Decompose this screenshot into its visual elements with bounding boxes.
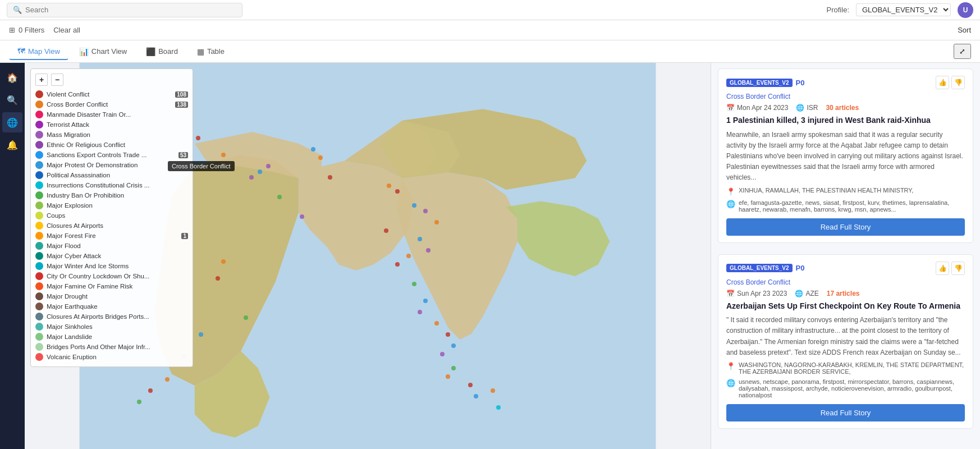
sidebar-icon-home[interactable]: 🏠: [2, 67, 22, 88]
map-dot[interactable]: [300, 214, 304, 219]
search-box[interactable]: 🔍: [7, 3, 242, 17]
map-dot[interactable]: [412, 282, 416, 286]
legend-item[interactable]: Major Earthquake: [35, 301, 188, 311]
legend-item[interactable]: Ethnic Or Religious Conflict: [35, 140, 188, 150]
legend-item[interactable]: Industry Ban Or Prohibition: [35, 190, 188, 200]
map-dot[interactable]: [165, 377, 170, 382]
read-full-story-button-1[interactable]: Read Full Story: [726, 218, 965, 236]
legend-count: 1: [181, 233, 188, 239]
sidebar-icon-map[interactable]: 🌐: [2, 112, 22, 132]
legend-item[interactable]: Terrorist Attack: [35, 120, 188, 130]
tab-map-view[interactable]: 🗺 Map View: [9, 43, 68, 60]
thumbs-up-button-2[interactable]: 👍: [936, 262, 949, 275]
map-dot[interactable]: [221, 259, 226, 264]
map-dot[interactable]: [148, 388, 153, 393]
legend-item[interactable]: Major Drought: [35, 291, 188, 301]
map-dot[interactable]: [418, 237, 422, 241]
legend-item[interactable]: Insurrections Constitutional Crisis ...: [35, 180, 188, 190]
map-dot[interactable]: [406, 254, 411, 258]
map-dot[interactable]: [258, 169, 262, 174]
card-title-2: Azerbaijan Sets Up First Checkpoint On K…: [726, 301, 965, 312]
thumbs-down-button-2[interactable]: 👎: [951, 262, 965, 275]
card-meta-2: 📅 Sun Apr 23 2023 🌐 AZE 17 articles: [726, 290, 965, 297]
tab-board[interactable]: ⬛ Board: [138, 43, 186, 60]
legend-label: Major Earthquake: [47, 303, 98, 310]
legend-item[interactable]: Cross Border Conflict 138: [35, 99, 188, 109]
map-dot[interactable]: [221, 153, 226, 157]
map-dot[interactable]: [395, 262, 400, 267]
map-dot[interactable]: [137, 400, 141, 404]
map-dot[interactable]: [451, 366, 456, 370]
map-dot[interactable]: [440, 352, 445, 356]
map-dot[interactable]: [426, 248, 431, 253]
map-dot[interactable]: [412, 203, 416, 208]
legend-item[interactable]: Bridges Ports And Other Major Infr...: [35, 342, 188, 352]
sidebar-icon-bell[interactable]: 🔔: [2, 135, 22, 155]
map-dot[interactable]: [311, 147, 315, 152]
read-full-story-button-2[interactable]: Read Full Story: [726, 404, 965, 421]
legend-item[interactable]: Political Assassination: [35, 170, 188, 180]
map-dot[interactable]: [216, 276, 220, 281]
map-dot[interactable]: [199, 332, 203, 337]
legend-label: Violent Conflict: [47, 91, 90, 98]
legend-item[interactable]: Closures At Airports: [35, 221, 188, 231]
map-dot[interactable]: [423, 299, 428, 303]
legend-item[interactable]: Major Forest Fire 1: [35, 231, 188, 241]
map-dot[interactable]: [434, 220, 439, 224]
map-dot[interactable]: [423, 209, 428, 213]
map-dot[interactable]: [328, 175, 332, 180]
map-dot[interactable]: [318, 155, 323, 160]
profile-select[interactable]: GLOBAL_EVENTS_V2: [856, 3, 951, 16]
legend-item[interactable]: Major Famine Or Famine Risk: [35, 281, 188, 291]
map-dot[interactable]: [266, 164, 271, 168]
map-dot[interactable]: [384, 228, 388, 233]
legend-item[interactable]: Major Winter And Ice Storms: [35, 261, 188, 271]
search-input[interactable]: [25, 6, 236, 14]
filter-button[interactable]: ⊞ 0 Filters: [9, 26, 44, 34]
legend-zoom-out[interactable]: −: [51, 74, 63, 86]
legend-item[interactable]: Manmade Disaster Train Or...: [35, 109, 188, 120]
map-dot[interactable]: [496, 405, 501, 410]
legend-item[interactable]: Major Flood: [35, 241, 188, 251]
map-dot[interactable]: [434, 321, 439, 326]
legend-item[interactable]: Major Protest Or Demonstration: [35, 160, 188, 170]
map-dot[interactable]: [446, 332, 450, 337]
legend-item[interactable]: Closures At Airports Bridges Ports...: [35, 311, 188, 322]
thumbs-up-button-1[interactable]: 👍: [936, 76, 949, 89]
legend-item[interactable]: Mass Migration: [35, 130, 188, 140]
legend-item[interactable]: Coups: [35, 210, 188, 221]
expand-button[interactable]: ⤢: [954, 44, 971, 59]
map-dot[interactable]: [418, 310, 422, 314]
legend-item[interactable]: Major Cyber Attack: [35, 251, 188, 261]
map-dot[interactable]: [451, 343, 456, 348]
map-dot[interactable]: [395, 189, 400, 194]
map-dot[interactable]: [244, 315, 248, 320]
sort-button[interactable]: Sort: [958, 26, 971, 34]
map-dot[interactable]: [468, 383, 473, 387]
legend-item[interactable]: Violent Conflict 108: [35, 89, 188, 99]
map-dot[interactable]: [446, 374, 450, 379]
legend-item[interactable]: Sanctions Export Controls Trade ... 53: [35, 150, 188, 160]
legend-item[interactable]: Major Explosion: [35, 200, 188, 210]
map-dot[interactable]: [387, 184, 391, 188]
legend-zoom-in[interactable]: +: [35, 74, 48, 86]
thumbs-down-button-1[interactable]: 👎: [951, 76, 965, 89]
sidebar-icon-search[interactable]: 🔍: [2, 90, 22, 110]
map-dot[interactable]: [491, 388, 495, 393]
legend-item[interactable]: Volcanic Eruption: [35, 352, 188, 362]
map-dot[interactable]: [196, 136, 200, 140]
map-dot[interactable]: [277, 195, 282, 199]
clear-all-button[interactable]: Clear all: [53, 26, 80, 34]
legend-dot: [35, 161, 43, 169]
map-dot[interactable]: [249, 175, 254, 180]
meta-country-2: 🌐 AZE: [795, 290, 818, 297]
card-source-location-1: 📍 XINHUA, RAMALLAH, THE PALESTINIAN HEAL…: [726, 187, 965, 196]
tab-table[interactable]: ▦ Table: [189, 43, 233, 60]
legend-item[interactable]: Major Landslide: [35, 332, 188, 342]
legend-item[interactable]: Major Sinkholes: [35, 322, 188, 332]
tab-chart-view[interactable]: 📊 Chart View: [71, 43, 135, 60]
legend-item[interactable]: City Or Country Lockdown Or Shu...: [35, 271, 188, 281]
map-dot[interactable]: [474, 394, 478, 398]
main-content: 🏠 🔍 🌐 🔔: [0, 63, 980, 449]
legend-label: Sanctions Export Controls Trade ...: [47, 152, 146, 158]
